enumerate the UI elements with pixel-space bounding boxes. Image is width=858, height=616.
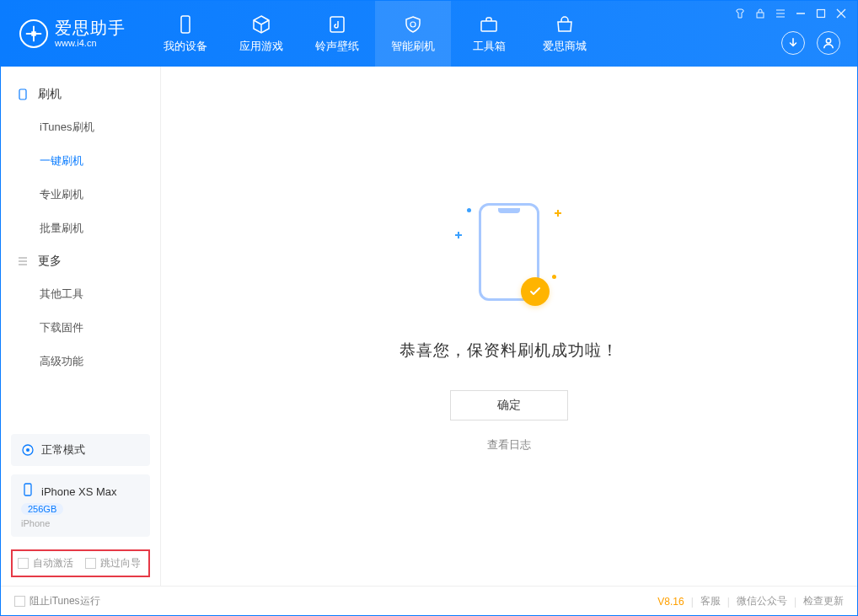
nav-tabs: 我的设备 应用游戏 铃声壁纸 智能刷机 工具箱 爱思商城 xyxy=(147,1,603,67)
sidebar-group-flash: 刷机 xyxy=(1,78,160,110)
svg-rect-1 xyxy=(181,16,190,33)
music-icon xyxy=(326,13,348,35)
user-button[interactable] xyxy=(817,31,840,55)
footer-link-wechat[interactable]: 微信公众号 xyxy=(737,594,787,608)
sidebar-group-label: 刷机 xyxy=(38,87,62,102)
tab-my-device[interactable]: 我的设备 xyxy=(147,1,223,67)
main-content: 恭喜您，保资料刷机成功啦！ 确定 查看日志 xyxy=(161,67,857,586)
logo-icon xyxy=(19,19,48,48)
menu-icon[interactable] xyxy=(775,8,786,19)
sidebar-item-download-firmware[interactable]: 下载固件 xyxy=(1,311,160,345)
sidebar: 刷机 iTunes刷机 一键刷机 专业刷机 批量刷机 更多 其他工具 下载固件 … xyxy=(1,67,161,586)
app-title: 爱思助手 xyxy=(55,18,126,38)
highlighted-checkbox-row: 自动激活 跳过向导 xyxy=(11,549,150,577)
check-badge-icon xyxy=(521,277,550,306)
sidebar-item-pro-flash[interactable]: 专业刷机 xyxy=(1,178,160,212)
svg-rect-3 xyxy=(481,21,496,31)
sidebar-item-other-tools[interactable]: 其他工具 xyxy=(1,277,160,311)
success-message: 恭喜您，保资料刷机成功啦！ xyxy=(400,340,619,362)
svg-rect-7 xyxy=(19,89,26,99)
sidebar-item-advanced[interactable]: 高级功能 xyxy=(1,345,160,378)
checkbox-auto-activate[interactable]: 自动激活 xyxy=(18,556,73,570)
tab-smart-flash[interactable]: 智能刷机 xyxy=(375,1,451,67)
sidebar-group-more: 更多 xyxy=(1,245,160,277)
minimize-icon[interactable] xyxy=(795,8,807,19)
window-controls xyxy=(734,8,847,19)
close-icon[interactable] xyxy=(835,8,847,19)
app-subtitle: www.i4.cn xyxy=(55,38,126,49)
svg-point-6 xyxy=(826,39,830,43)
sidebar-item-itunes-flash[interactable]: iTunes刷机 xyxy=(1,110,160,144)
device-phone-icon xyxy=(21,483,35,500)
checkbox-skip-guide[interactable]: 跳过向导 xyxy=(85,556,141,570)
device-mode-label: 正常模式 xyxy=(41,442,85,458)
device-panel: 正常模式 iPhone XS Max 256GB iPhone xyxy=(11,426,150,537)
tab-store[interactable]: 爱思商城 xyxy=(527,1,603,67)
sidebar-group-label: 更多 xyxy=(38,254,62,269)
device-capacity: 256GB xyxy=(21,503,63,515)
checkbox-block-itunes[interactable]: 阻止iTunes运行 xyxy=(14,594,100,608)
device-info-card[interactable]: iPhone XS Max 256GB iPhone xyxy=(11,474,150,537)
svg-rect-0 xyxy=(31,31,36,36)
svg-rect-2 xyxy=(330,17,344,32)
shirt-icon[interactable] xyxy=(734,8,746,19)
success-illustration xyxy=(450,200,568,318)
footer-link-support[interactable]: 客服 xyxy=(700,594,721,608)
app-header: 爱思助手 www.i4.cn 我的设备 应用游戏 铃声壁纸 智能刷机 工具箱 爱… xyxy=(1,1,857,67)
toolbox-icon xyxy=(478,13,500,35)
mode-icon xyxy=(21,443,35,457)
download-button[interactable] xyxy=(781,31,805,55)
store-icon xyxy=(554,13,576,35)
phone-icon xyxy=(16,88,29,101)
device-name: iPhone XS Max xyxy=(41,485,117,498)
app-body: 刷机 iTunes刷机 一键刷机 专业刷机 批量刷机 更多 其他工具 下载固件 … xyxy=(1,67,857,586)
device-mode-card[interactable]: 正常模式 xyxy=(11,434,150,466)
cube-icon xyxy=(250,13,272,35)
tab-ringtones-wallpapers[interactable]: 铃声壁纸 xyxy=(299,1,375,67)
status-bar: 阻止iTunes运行 V8.16 | 客服 | 微信公众号 | 检查更新 xyxy=(1,586,857,616)
sidebar-item-batch-flash[interactable]: 批量刷机 xyxy=(1,212,160,245)
lock-icon[interactable] xyxy=(754,8,766,19)
svg-rect-10 xyxy=(24,484,31,495)
tab-toolbox[interactable]: 工具箱 xyxy=(451,1,527,67)
svg-point-9 xyxy=(26,448,29,452)
header-actions xyxy=(781,31,840,55)
checkbox-icon xyxy=(85,558,96,569)
version-label: V8.16 xyxy=(657,596,684,608)
checkbox-icon xyxy=(18,558,29,569)
sidebar-item-oneclick-flash[interactable]: 一键刷机 xyxy=(1,144,160,178)
refresh-shield-icon xyxy=(402,13,424,35)
svg-rect-5 xyxy=(818,10,825,18)
footer-link-update[interactable]: 检查更新 xyxy=(803,594,844,608)
list-icon xyxy=(16,254,29,268)
checkbox-icon xyxy=(14,596,25,607)
tab-apps-games[interactable]: 应用游戏 xyxy=(223,1,299,67)
app-logo: 爱思助手 www.i4.cn xyxy=(1,18,141,49)
device-icon xyxy=(174,13,196,35)
view-log-link[interactable]: 查看日志 xyxy=(487,437,531,453)
svg-rect-4 xyxy=(757,13,764,18)
device-type: iPhone xyxy=(21,518,140,528)
confirm-button[interactable]: 确定 xyxy=(450,390,568,420)
maximize-icon[interactable] xyxy=(815,8,827,19)
